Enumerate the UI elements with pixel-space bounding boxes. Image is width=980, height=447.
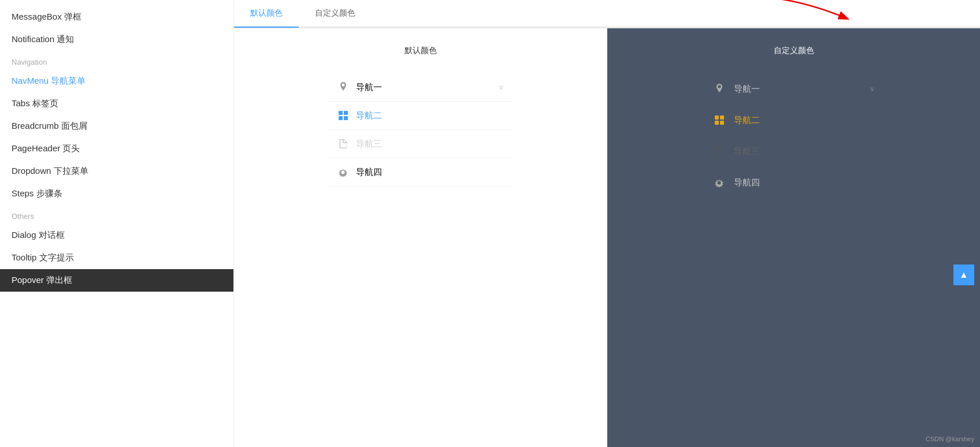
- default-nav-menu: 导航一 ∨ 导航二: [328, 73, 513, 187]
- grid-icon-2-custom: [713, 114, 726, 126]
- watermark: CSDN @karshey: [926, 435, 974, 442]
- custom-nav-menu: 导航一 ∨ 导航二: [701, 73, 886, 198]
- nav-item-3-default: 导航三: [328, 130, 513, 158]
- nav-arrow-1-custom: ∨: [870, 85, 875, 93]
- nav-item-2-custom[interactable]: 导航二: [701, 105, 886, 136]
- sidebar-item-pageheader[interactable]: PageHeader 页头: [0, 137, 233, 160]
- main-content: 默认颜色 自定义颜色 默认颜色: [234, 0, 980, 447]
- sidebar-item-popover[interactable]: Popover 弹出框: [0, 269, 233, 292]
- nav-item-1-custom[interactable]: 导航一 ∨: [701, 73, 886, 105]
- nav-label-1-custom: 导航一: [734, 84, 870, 95]
- nav-item-4-custom[interactable]: 导航四: [701, 167, 886, 198]
- sidebar-item-dropdown[interactable]: Dropdown 下拉菜单: [0, 160, 233, 182]
- default-panel-title: 默认颜色: [404, 46, 437, 56]
- sidebar-item-dialog[interactable]: Dialog 对话框: [0, 224, 233, 247]
- sidebar-item-messagebox[interactable]: MessageBox 弹框: [0, 6, 233, 28]
- nav-label-4-custom: 导航四: [734, 177, 875, 188]
- tab-bar: 默认颜色 自定义颜色: [234, 0, 980, 28]
- panels-wrapper: 默认颜色 导航一 ∨: [234, 28, 980, 447]
- tab-default[interactable]: 默认颜色: [234, 0, 299, 27]
- sidebar-item-notification[interactable]: Notification 通知: [0, 28, 233, 51]
- sidebar-item-tabs[interactable]: Tabs 标签页: [0, 92, 233, 115]
- nav-item-3-custom: 导航三: [701, 136, 886, 167]
- file-icon-3-default: [337, 138, 349, 150]
- sidebar-item-steps[interactable]: Steps 步骤条: [0, 182, 233, 205]
- tab-custom[interactable]: 自定义颜色: [299, 0, 372, 27]
- nav-label-3-custom: 导航三: [734, 146, 875, 157]
- sidebar-section-navigation: Navigation: [0, 51, 233, 70]
- nav-item-4-default[interactable]: 导航四: [328, 158, 513, 187]
- nav-label-2-custom: 导航二: [734, 115, 875, 126]
- nav-label-3-default: 导航三: [356, 139, 504, 150]
- sidebar-item-breadcrumb[interactable]: Breadcrumb 面包屑: [0, 115, 233, 137]
- location-icon-1-custom: [713, 83, 726, 95]
- file-icon-3-custom: [713, 145, 726, 158]
- scroll-back-button[interactable]: ▲: [953, 265, 974, 285]
- grid-icon-2-default: [337, 110, 349, 121]
- custom-panel-title: 自定义颜色: [774, 46, 814, 56]
- sidebar-item-navmenu[interactable]: NavMenu 导航菜单: [0, 70, 233, 92]
- sidebar-section-others: Others: [0, 205, 233, 224]
- nav-arrow-1-default: ∨: [499, 83, 504, 91]
- scroll-up-icon: ▲: [959, 270, 968, 280]
- sidebar: MessageBox 弹框 Notification 通知 Navigation…: [0, 0, 234, 447]
- location-icon-1: [337, 81, 349, 93]
- nav-item-2-default[interactable]: 导航二: [328, 102, 513, 130]
- nav-item-1-default[interactable]: 导航一 ∨: [328, 73, 513, 102]
- nav-label-2-default: 导航二: [356, 110, 504, 121]
- nav-label-4-default: 导航四: [356, 167, 504, 178]
- gear-icon-4-default: [337, 166, 349, 178]
- panel-default: 默认颜色 导航一 ∨: [234, 28, 607, 447]
- panel-custom: 自定义颜色 导航一 ∨: [607, 28, 980, 447]
- sidebar-item-tooltip[interactable]: Tooltip 文字提示: [0, 247, 233, 269]
- nav-label-1-default: 导航一: [356, 82, 499, 93]
- gear-icon-4-custom: [713, 176, 726, 189]
